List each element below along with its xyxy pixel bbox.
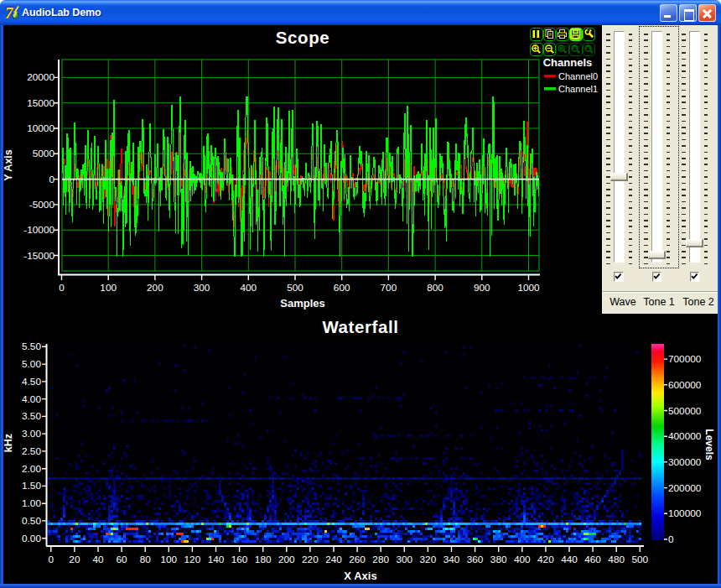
svg-text:900: 900 [474,282,490,294]
svg-text:400: 400 [514,554,531,565]
svg-text:100: 100 [160,554,177,565]
svg-text:300: 300 [194,282,210,294]
svg-text:10000: 10000 [27,122,54,134]
svg-text:0: 0 [49,554,54,565]
svg-text:20000: 20000 [27,71,54,83]
svg-text:1.50: 1.50 [22,480,41,492]
svg-text:140: 140 [208,554,225,565]
svg-text:80: 80 [140,554,152,565]
svg-text:3.50: 3.50 [22,410,41,422]
svg-text:320: 320 [420,554,437,565]
svg-text:4.00: 4.00 [22,393,41,405]
svg-text:3.00: 3.00 [22,428,41,440]
svg-text:460: 460 [584,554,601,565]
svg-text:0: 0 [49,174,54,185]
svg-text:400000: 400000 [668,430,702,442]
svg-text:4.50: 4.50 [22,376,41,388]
svg-text:Waterfall: Waterfall [322,317,398,336]
svg-text:5.50: 5.50 [22,341,41,352]
svg-text:60: 60 [117,554,128,565]
svg-text:1000: 1000 [517,282,540,294]
svg-text:500: 500 [631,554,648,565]
svg-text:-15000: -15000 [23,250,54,262]
svg-text:20: 20 [69,554,80,565]
svg-text:700: 700 [381,282,397,294]
svg-text:280: 280 [372,554,389,565]
svg-text:Y Axis: Y Axis [3,149,14,181]
svg-text:340: 340 [443,554,460,565]
svg-text:5.00: 5.00 [22,358,41,370]
svg-text:Channel0: Channel0 [558,71,598,81]
svg-text:100000: 100000 [668,507,702,519]
svg-text:260: 260 [349,554,366,565]
svg-text:500: 500 [287,282,303,294]
svg-text:1.00: 1.00 [22,497,41,509]
svg-text:160: 160 [231,554,248,565]
svg-text:Scope: Scope [276,28,330,47]
svg-text:600000: 600000 [668,379,702,391]
svg-text:15000: 15000 [27,97,54,109]
svg-text:200000: 200000 [668,482,702,494]
svg-text:Samples: Samples [280,297,324,310]
svg-text:0.00: 0.00 [22,533,41,544]
svg-text:380: 380 [490,554,507,565]
svg-text:Channel1: Channel1 [558,84,598,94]
svg-text:Levels: Levels [703,429,715,461]
svg-text:220: 220 [302,554,319,565]
svg-text:500000: 500000 [668,405,702,417]
svg-text:40: 40 [92,554,104,565]
svg-text:600: 600 [334,282,350,294]
svg-text:300000: 300000 [668,456,702,468]
svg-text:kHz: kHz [3,434,14,452]
svg-text:120: 120 [184,554,201,565]
svg-text:700000: 700000 [668,353,702,365]
svg-text:0.50: 0.50 [22,515,41,527]
svg-text:2.50: 2.50 [22,445,41,457]
svg-text:200: 200 [147,282,163,294]
svg-text:0: 0 [668,533,674,545]
svg-text:X Axis: X Axis [344,570,376,582]
svg-text:2.00: 2.00 [22,463,41,475]
svg-text:-5000: -5000 [29,199,55,211]
svg-text:5000: 5000 [33,148,55,159]
svg-text:480: 480 [608,554,625,565]
svg-text:300: 300 [396,554,412,565]
svg-text:Channels: Channels [543,56,593,69]
svg-text:360: 360 [467,554,484,565]
svg-text:200: 200 [278,554,295,565]
svg-text:800: 800 [427,282,443,294]
svg-text:0: 0 [59,282,65,294]
svg-text:-10000: -10000 [23,224,54,236]
svg-text:400: 400 [240,282,257,294]
svg-text:240: 240 [325,554,342,565]
svg-text:180: 180 [255,554,272,565]
svg-text:420: 420 [537,554,554,565]
svg-text:440: 440 [561,554,578,565]
svg-text:100: 100 [100,282,117,294]
